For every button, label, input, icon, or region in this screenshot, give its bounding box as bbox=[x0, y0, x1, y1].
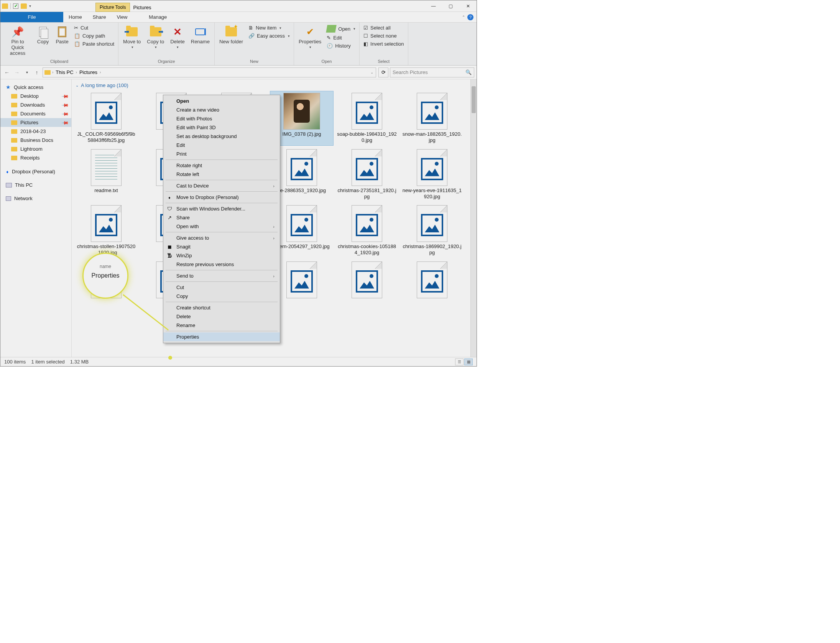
easy-access-button[interactable]: 🔗Easy access▾ bbox=[247, 32, 291, 39]
menu-item[interactable]: Send to› bbox=[163, 271, 280, 280]
history-button[interactable]: 🕘History bbox=[325, 42, 357, 49]
navigation-pane[interactable]: ★Quick access Desktop📌 Downloads📌 Docume… bbox=[0, 79, 72, 357]
menu-item[interactable]: Open bbox=[163, 97, 280, 105]
chevron-right-icon[interactable]: › bbox=[51, 70, 54, 74]
file-item[interactable]: christmas-2735181_1920.jpg bbox=[335, 148, 398, 202]
nav-folder[interactable]: Lightroom bbox=[0, 145, 71, 153]
invert-selection-button[interactable]: ◧Invert selection bbox=[362, 40, 405, 48]
file-item[interactable]: christmas-cookies-1051884_1920.jpg bbox=[335, 204, 398, 258]
vertical-scrollbar[interactable] bbox=[470, 79, 477, 357]
menu-item[interactable]: 🛡Scan with Windows Defender... bbox=[163, 204, 280, 213]
nav-forward-button[interactable]: → bbox=[13, 68, 21, 77]
tab-file[interactable]: File bbox=[0, 12, 63, 22]
qat-dropdown-icon[interactable]: ▾ bbox=[29, 4, 31, 8]
menu-item[interactable]: Open with› bbox=[163, 222, 280, 231]
maximize-button[interactable]: ▢ bbox=[442, 0, 459, 12]
menu-item[interactable]: Restore previous versions bbox=[163, 260, 280, 269]
chevron-right-icon[interactable]: › bbox=[75, 70, 78, 74]
nav-quick-access[interactable]: ★Quick access bbox=[0, 82, 71, 92]
move-to-button[interactable]: ➡ Move to▾ bbox=[121, 24, 143, 51]
menu-item[interactable]: Give access to› bbox=[163, 234, 280, 242]
file-item[interactable]: christmas-stollen-1907520_1920.jpg bbox=[75, 204, 138, 258]
help-icon[interactable]: ? bbox=[467, 14, 473, 20]
nav-back-button[interactable]: ← bbox=[3, 68, 11, 77]
copy-button[interactable]: Copy bbox=[34, 24, 52, 46]
menu-item[interactable]: ◼Snagit bbox=[163, 242, 280, 251]
file-item[interactable]: soap-bubble-1984310_1920.jpg bbox=[335, 91, 398, 145]
file-item[interactable]: christmas-1869902_1920.jpg bbox=[401, 204, 464, 258]
menu-item[interactable]: Rotate left bbox=[163, 170, 280, 179]
menu-item[interactable]: Properties bbox=[163, 332, 280, 341]
search-icon[interactable]: 🔍 bbox=[465, 69, 472, 75]
nav-folder[interactable]: Business Docs bbox=[0, 136, 71, 145]
crumb-thispc[interactable]: This PC bbox=[55, 69, 74, 75]
file-item[interactable]: JL_COLOR-59569b6f5f9b58843ff6fb25.jpg bbox=[75, 91, 138, 145]
refresh-button[interactable]: ⟳ bbox=[378, 67, 388, 77]
thumbnails-view-button[interactable]: ▦ bbox=[464, 359, 473, 365]
breadcrumb-bar[interactable]: › This PC › Pictures › ⌄ bbox=[43, 67, 376, 77]
menu-item[interactable]: Copy bbox=[163, 292, 280, 301]
menu-item[interactable]: Rename bbox=[163, 321, 280, 330]
qat-newfolder-icon[interactable] bbox=[21, 3, 27, 9]
nav-dropbox[interactable]: ⬧Dropbox (Personal) bbox=[0, 167, 71, 176]
file-item[interactable]: new-years-eve-1911635_1920.jpg bbox=[401, 148, 464, 202]
nav-pictures[interactable]: Pictures📌 bbox=[0, 118, 71, 127]
minimize-button[interactable]: — bbox=[425, 0, 442, 12]
contextual-tab[interactable]: Picture Tools bbox=[95, 3, 130, 12]
menu-item[interactable]: Set as desktop background bbox=[163, 132, 280, 141]
menu-item[interactable]: Print bbox=[163, 150, 280, 158]
nav-thispc[interactable]: This PC bbox=[0, 181, 71, 189]
copy-path-button[interactable]: 📋Copy path bbox=[72, 32, 116, 39]
delete-button[interactable]: ✕ Delete▾ bbox=[168, 24, 187, 51]
nav-up-button[interactable]: ↑ bbox=[33, 68, 41, 77]
qat-properties-icon[interactable]: ✓ bbox=[13, 3, 18, 9]
nav-folder[interactable]: Receipts bbox=[0, 153, 71, 162]
menu-item[interactable]: Rotate right bbox=[163, 161, 280, 170]
app-icon[interactable] bbox=[2, 3, 8, 9]
cut-button[interactable]: ✂Cut bbox=[72, 24, 116, 31]
tab-manage[interactable]: Manage bbox=[143, 12, 172, 22]
nav-network[interactable]: Network bbox=[0, 194, 71, 203]
search-input[interactable]: Search Pictures 🔍 bbox=[390, 67, 474, 77]
menu-item[interactable]: Cut bbox=[163, 283, 280, 292]
nav-downloads[interactable]: Downloads📌 bbox=[0, 100, 71, 109]
close-button[interactable]: ✕ bbox=[459, 0, 477, 12]
menu-item[interactable]: ⬧Move to Dropbox (Personal) bbox=[163, 193, 280, 202]
chevron-right-icon[interactable]: › bbox=[99, 70, 102, 74]
menu-item[interactable]: Edit with Paint 3D bbox=[163, 123, 280, 132]
menu-item[interactable]: Create a new video bbox=[163, 105, 280, 114]
menu-item[interactable]: 🗜WinZip bbox=[163, 251, 280, 260]
file-item[interactable] bbox=[401, 260, 464, 301]
scrollbar-thumb[interactable] bbox=[472, 86, 476, 113]
file-item[interactable]: snow-man-1882635_1920.jpg bbox=[401, 91, 464, 145]
rename-button[interactable]: Rename bbox=[189, 24, 212, 46]
menu-item[interactable]: Edit bbox=[163, 141, 280, 150]
context-menu[interactable]: OpenCreate a new videoEdit with PhotosEd… bbox=[163, 95, 280, 343]
new-item-button[interactable]: 🗎New item▾ bbox=[247, 24, 291, 31]
new-folder-button[interactable]: ✦ New folder bbox=[217, 24, 245, 46]
paste-shortcut-button[interactable]: 📋Paste shortcut bbox=[72, 40, 116, 48]
select-all-button[interactable]: ☑Select all bbox=[362, 24, 405, 31]
open-button[interactable]: Open▾ bbox=[325, 24, 357, 33]
collapse-ribbon-icon[interactable]: ⌃ bbox=[462, 15, 465, 19]
menu-item[interactable]: Delete bbox=[163, 312, 280, 321]
nav-desktop[interactable]: Desktop📌 bbox=[0, 92, 71, 100]
edit-button[interactable]: ✎Edit bbox=[325, 34, 357, 41]
copy-to-button[interactable]: ➡ Copy to▾ bbox=[145, 24, 166, 51]
nav-documents[interactable]: Documents📌 bbox=[0, 109, 71, 118]
address-dropdown-icon[interactable]: ⌄ bbox=[370, 70, 374, 74]
nav-recent-dropdown[interactable]: ▾ bbox=[23, 68, 31, 77]
nav-folder[interactable]: 2018-04-23 bbox=[0, 127, 71, 136]
file-item[interactable] bbox=[335, 260, 398, 301]
chevron-down-icon[interactable]: ⌄ bbox=[76, 83, 79, 87]
menu-item[interactable]: Cast to Device› bbox=[163, 181, 280, 190]
details-view-button[interactable]: ☰ bbox=[455, 359, 464, 365]
menu-item[interactable]: ↗Share bbox=[163, 213, 280, 222]
group-header[interactable]: ⌄ A long time ago (100) bbox=[72, 79, 477, 91]
menu-item[interactable]: Create shortcut bbox=[163, 303, 280, 312]
paste-button[interactable]: Paste bbox=[53, 24, 71, 46]
crumb-pictures[interactable]: Pictures bbox=[79, 69, 98, 75]
tab-home[interactable]: Home bbox=[63, 12, 87, 22]
menu-item[interactable]: Edit with Photos bbox=[163, 114, 280, 123]
file-item[interactable]: readme.txt bbox=[75, 148, 138, 202]
